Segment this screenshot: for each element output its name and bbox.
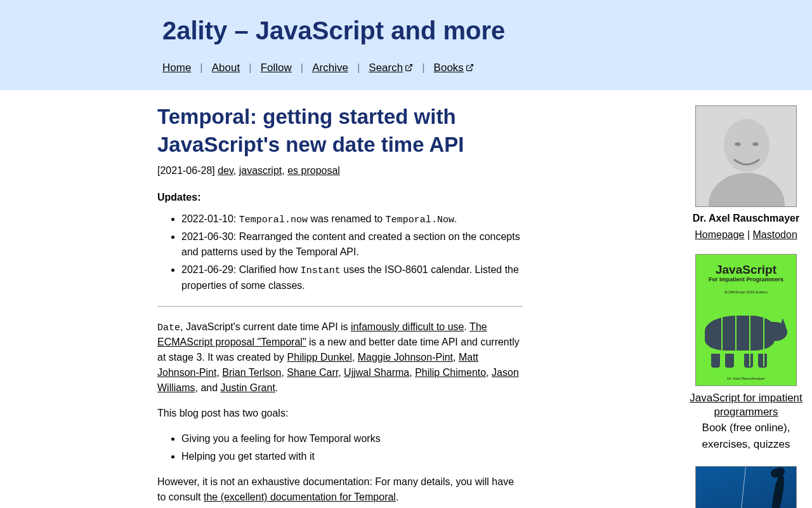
- book-jsip-cover-link[interactable]: JavaScript For Impatient Programmers ECM…: [680, 254, 812, 386]
- link-documentation[interactable]: the (excellent) documentation for Tempor…: [204, 491, 396, 502]
- svg-line-1: [469, 65, 473, 69]
- mastodon-link[interactable]: Mastodon: [753, 229, 797, 240]
- author-link[interactable]: Philip Chimento: [415, 367, 486, 378]
- list-item: 2022-01-10: Temporal.now was renamed to …: [181, 211, 523, 227]
- updates-label: Updates:: [157, 190, 523, 205]
- list-item: 2021-06-30: Rearranged the content and c…: [181, 229, 523, 260]
- intro-paragraph: Date, JavaScript's current date time API…: [157, 319, 523, 396]
- goals-list: Giving you a feeling for how Temporal wo…: [181, 431, 523, 464]
- book-author: Dr. Axel Rauschmayer: [696, 376, 796, 382]
- list-item: Giving you a feeling for how Temporal wo…: [181, 431, 523, 446]
- author-link[interactable]: Maggie Johnson-Pint: [358, 352, 453, 363]
- author-link[interactable]: Justin Grant: [221, 382, 275, 393]
- homepage-link[interactable]: Homepage: [695, 229, 744, 240]
- updates-list: 2022-01-10: Temporal.now was renamed to …: [181, 211, 523, 293]
- tag-dev[interactable]: dev: [218, 165, 233, 176]
- book-jsip-link[interactable]: JavaScript for impatient programmers: [686, 391, 806, 420]
- book-cover-deepjs: Deep JavaScript Theory and techniques: [695, 466, 797, 508]
- tag-es-proposal[interactable]: es proposal: [287, 165, 340, 176]
- book-edition: ECMAScript 2022 Edition: [724, 290, 768, 295]
- nav-books[interactable]: Books: [434, 60, 474, 76]
- nav-sep: |: [200, 60, 202, 76]
- goals-intro: This blog post has two goals:: [157, 406, 523, 421]
- article-meta: [2021-06-28] dev, javascript, es proposa…: [157, 163, 523, 178]
- nav-sep: |: [249, 60, 251, 76]
- author-links: Homepage | Mastodon: [680, 227, 812, 243]
- author-portrait: [695, 105, 797, 207]
- main-nav: Home | About | Follow | Archive | Search…: [162, 60, 680, 76]
- article-title: Temporal: getting started with JavaScrip…: [157, 103, 523, 159]
- nav-archive[interactable]: Archive: [312, 60, 348, 76]
- author-name: Dr. Axel Rauschmayer: [680, 211, 812, 226]
- book-deepjs-cover-link[interactable]: Deep JavaScript Theory and techniques: [680, 466, 812, 508]
- list-item: 2021-06-29: Clarified how Instant uses t…: [181, 262, 523, 293]
- book-cover-jsip: JavaScript For Impatient Programmers ECM…: [695, 254, 797, 386]
- svg-point-6: [752, 142, 759, 146]
- author-link[interactable]: Ujjwal Sharma: [344, 367, 409, 378]
- book-jsip-desc: Book (free online), exercises, quizzes: [680, 420, 812, 452]
- nav-search[interactable]: Search: [369, 60, 413, 76]
- site-title: 2ality – JavaScript and more: [162, 11, 680, 50]
- external-link-icon: [466, 64, 474, 72]
- nav-sep: |: [422, 60, 424, 76]
- closing-paragraph: However, it is not an exhaustive documen…: [157, 474, 523, 505]
- article-date: [2021-06-28]: [157, 165, 218, 176]
- author-link[interactable]: Brian Terlson: [222, 367, 281, 378]
- nav-follow[interactable]: Follow: [261, 60, 292, 76]
- code-inline: Temporal.Now: [386, 214, 454, 225]
- tag-javascript[interactable]: javascript: [239, 165, 282, 176]
- nav-sep: |: [357, 60, 360, 76]
- book-title: JavaScript: [716, 264, 776, 276]
- svg-point-5: [735, 142, 741, 146]
- book-subtitle: For Impatient Programmers: [709, 276, 783, 284]
- code-inline: Date: [157, 322, 180, 333]
- link-infamous[interactable]: infamously difficult to use: [351, 321, 464, 332]
- diver-icon: [769, 474, 786, 508]
- list-item: Helping you get started with it: [181, 449, 523, 464]
- code-inline: Temporal.now: [239, 214, 308, 225]
- nav-sep: |: [301, 60, 303, 76]
- nav-home[interactable]: Home: [162, 60, 191, 76]
- rhino-icon: [705, 304, 787, 366]
- nav-about[interactable]: About: [212, 60, 240, 76]
- sidebar: Dr. Axel Rauschmayer Homepage | Mastodon…: [680, 90, 812, 509]
- svg-line-0: [409, 65, 412, 69]
- code-inline: Instant: [301, 265, 341, 276]
- external-link-icon: [405, 64, 413, 72]
- divider: [157, 306, 523, 307]
- article: Temporal: getting started with JavaScrip…: [157, 103, 523, 505]
- author-link[interactable]: Shane Carr: [287, 367, 338, 378]
- author-link[interactable]: Philipp Dunkel: [287, 352, 352, 363]
